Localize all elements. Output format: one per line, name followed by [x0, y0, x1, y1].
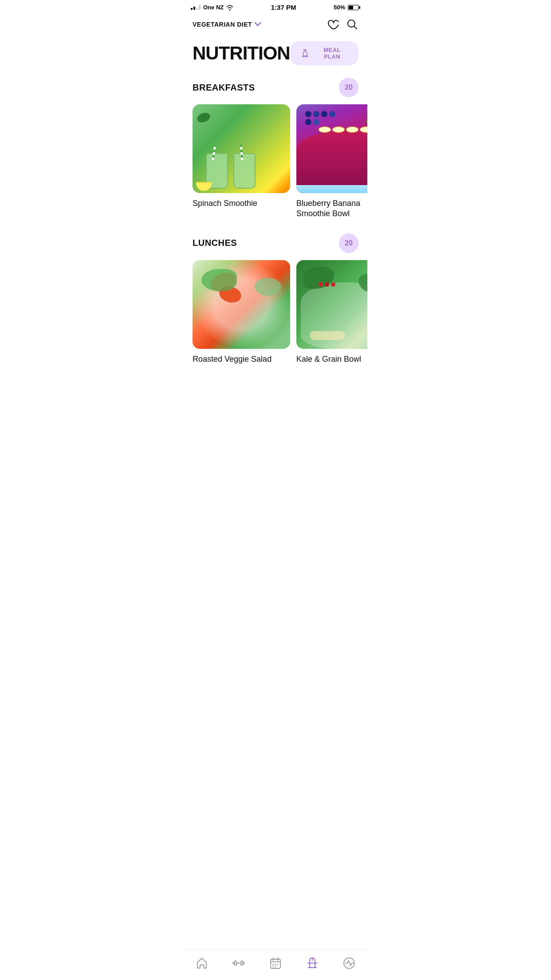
- spinach-smoothie-title: Spinach Smoothie: [193, 198, 290, 209]
- roasted-salad-bg: [193, 260, 290, 349]
- roasted-salad-title: Roasted Veggie Salad: [193, 354, 290, 364]
- food-image-roasted-salad: [193, 260, 290, 349]
- page-title: NUTRITION: [193, 43, 290, 64]
- favorites-button[interactable]: [327, 18, 339, 31]
- main-content: NUTRITION MEAL PLAN BREAKFASTS 20: [184, 34, 367, 411]
- spinach-smoothie-bg: [193, 104, 290, 193]
- food-image-spinach-smoothie: [193, 104, 290, 193]
- signal-bars: [191, 5, 201, 10]
- breakfasts-title: BREAKFASTS: [193, 83, 255, 93]
- header-icons: [327, 18, 358, 31]
- breakfasts-row: Spinach Smoothie: [184, 104, 367, 230]
- food-card-spinach-smoothie[interactable]: Spinach Smoothie: [193, 104, 290, 219]
- meal-plan-label: MEAL PLAN: [315, 47, 350, 60]
- meal-plan-icon: [299, 47, 311, 59]
- diet-label: VEGETARIAN DIET: [193, 21, 252, 28]
- signal-bar-3: [196, 8, 198, 10]
- meal-plan-button[interactable]: MEAL PLAN: [290, 41, 358, 65]
- blueberry-bowl-title: Blueberry Banana Smoothie Bowl: [296, 198, 367, 219]
- carrier-name: One NZ: [203, 4, 224, 11]
- food-card-roasted-salad[interactable]: Roasted Veggie Salad: [193, 260, 290, 364]
- kale-salad-title: Kale & Grain Bowl: [296, 354, 367, 364]
- chevron-down-icon: [255, 22, 261, 27]
- food-card-blueberry-bowl[interactable]: Blueberry Banana Smoothie Bowl: [296, 104, 367, 219]
- status-time: 1:37 PM: [271, 4, 296, 11]
- header-nav: VEGETARIAN DIET: [184, 13, 367, 34]
- battery-icon: [348, 5, 360, 10]
- kale-salad-bg: [296, 260, 367, 349]
- signal-bar-2: [193, 7, 195, 10]
- blueberry-bowl-bg: [296, 104, 367, 193]
- breakfasts-section-header: BREAKFASTS 20: [184, 74, 367, 104]
- lunches-count: 20: [339, 233, 358, 253]
- lunches-section-header: LUNCHES 20: [184, 230, 367, 260]
- diet-selector[interactable]: VEGETARIAN DIET: [193, 21, 261, 28]
- status-left: One NZ: [191, 4, 233, 11]
- food-image-kale-salad: [296, 260, 367, 349]
- wifi-icon: [226, 4, 233, 11]
- search-button[interactable]: [346, 18, 358, 31]
- food-image-blueberry-bowl: [296, 104, 367, 193]
- breakfasts-count: 20: [339, 78, 358, 97]
- lunches-row: Roasted Veggie Salad: [184, 260, 367, 375]
- food-card-kale-salad[interactable]: Kale & Grain Bowl: [296, 260, 367, 364]
- signal-bar-1: [191, 8, 193, 10]
- battery-percentage: 50%: [334, 4, 345, 11]
- status-right: 50%: [334, 4, 360, 11]
- signal-bar-4: [199, 5, 201, 10]
- page-title-section: NUTRITION MEAL PLAN: [184, 34, 367, 74]
- lunches-title: LUNCHES: [193, 238, 237, 248]
- status-bar: One NZ 1:37 PM 50%: [184, 0, 367, 13]
